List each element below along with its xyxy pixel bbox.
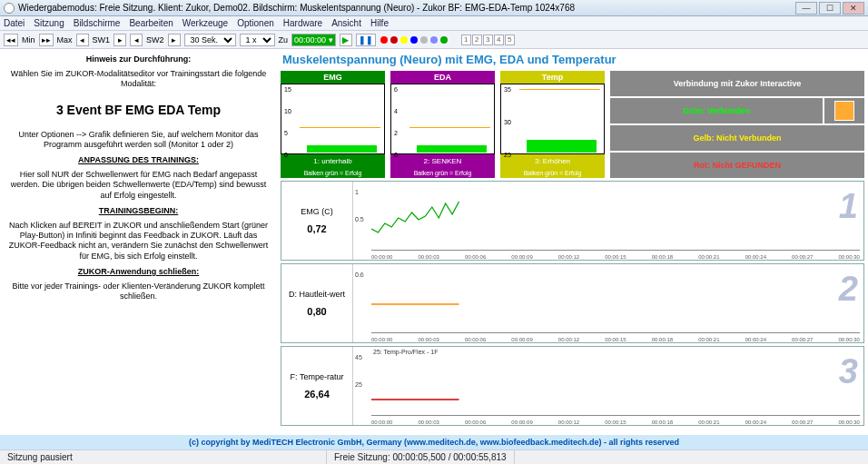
plot-row-2: D: Hautleit-wert0,80200:00:0000:00:0300:… [281,263,864,343]
rewind-button[interactable]: ◂◂ [4,34,18,46]
plot-label: D: Hautleit-wert0,80 [281,264,352,342]
channel-btn-4[interactable]: 4 [494,35,504,45]
right-panel: Muskelentspannung (Neuro) mit EMG, EDA u… [277,49,868,435]
window-titlebar: Wiedergabemodus: Freie Sitzung. Klient: … [0,0,868,16]
x-tick: 00:00:30 [839,337,860,342]
x-tick: 00:00:12 [558,254,579,260]
toolbar: ◂◂ Min ▸▸ Max ◂ SW1 ▸ ◂ SW2 ▸ 30 Sek. 1 … [0,31,868,49]
sw2-label: SW2 [146,35,164,44]
color-swatch-1[interactable] [390,36,398,44]
x-tick: 00:00:30 [839,254,860,260]
threshold-line [409,127,490,128]
channel-btn-2[interactable]: 2 [472,35,482,45]
channel-btn-3[interactable]: 3 [483,35,493,45]
x-tick: 00:00:27 [792,420,813,425]
connection-status-box: Verbindung mit Zukor Interactive Grün: V… [610,71,864,178]
threshold-line [300,127,380,128]
modality-title: 3 Event BF EMG EDA Temp [7,103,270,117]
pause-button[interactable]: ❚❚ [356,34,376,46]
window-title: Wiedergabemodus: Freie Sitzung. Klient: … [18,3,575,13]
x-tick: 00:00:15 [605,337,626,342]
x-tick: 00:00:03 [418,254,439,260]
bar-fill [417,145,487,153]
x-tick: 00:00:00 [371,337,392,342]
menu-werkzeuge[interactable]: Werkzeuge [182,18,228,28]
color-swatch-4[interactable] [420,36,428,44]
bar-foot2: Balken grün = Erfolg [500,167,605,178]
bar-foot2: Balken grün = Erfolg [390,167,495,178]
menu-bearbeiten[interactable]: Bearbeiten [129,18,173,28]
x-tick: 00:00:18 [652,337,673,342]
menu-sitzung[interactable]: Sitzung [34,18,64,28]
menu-optionen[interactable]: Optionen [237,18,274,28]
status-bar: Sitzung pausiert Freie Sitzung: 00:00:05… [0,449,868,464]
channel-btn-1[interactable]: 1 [461,35,471,45]
plot-row-3: F: Tempe-ratur26,6425: Temp-Pro/Flex - 1… [281,346,864,426]
menu-ansicht[interactable]: Ansicht [331,18,361,28]
plot-area: 25: Temp-Pro/Flex - 1F300:00:0000:00:030… [352,347,863,425]
color-swatch-0[interactable] [380,36,388,44]
bar-plot: 353025 [500,84,605,154]
min-label: Min [22,35,35,44]
x-axis [371,415,860,416]
y-tick: 4 [394,108,398,114]
color-swatch-3[interactable] [410,36,418,44]
x-tick: 00:00:18 [652,254,673,260]
minimize-button[interactable]: — [795,2,817,15]
sw2-next[interactable]: ▸ [168,34,181,46]
section-head-2: TRAININGSBEGINN: [7,206,270,215]
color-swatch-2[interactable] [400,36,408,44]
play-button[interactable]: ▶ [340,34,352,46]
x-ticks: 00:00:0000:00:0300:00:0600:00:0900:00:12… [371,337,860,342]
channel-btn-5[interactable]: 5 [505,35,515,45]
y-tick: 0 [284,152,288,158]
x-tick: 00:00:00 [371,254,392,260]
start-button[interactable]: 00:00:00 ▾ [291,34,336,46]
x-axis [371,332,860,333]
y-tick: 2 [394,130,398,136]
y-tick: 1 [355,189,359,195]
conn-icon [824,98,864,123]
color-swatch-5[interactable] [430,36,438,44]
hint-text: Wählen Sie im ZUKOR-Modalitätseditor vor… [7,69,270,90]
bar-plot: 151050 [281,84,385,154]
sw1-next[interactable]: ▸ [113,34,126,46]
color-swatch-6[interactable] [440,36,448,44]
sw2-prev[interactable]: ◂ [130,34,143,46]
y-tick: 25 [504,152,511,158]
bar-head: EDA [390,71,495,84]
bar-fill [307,145,377,153]
x-tick: 00:00:24 [745,254,766,260]
x-ticks: 00:00:0000:00:0300:00:0600:00:0900:00:12… [371,420,860,425]
x-tick: 00:00:27 [792,254,813,260]
forward-button[interactable]: ▸▸ [39,34,54,46]
section-head-1: ANPASSUNG DES TRAININGS: [7,155,270,164]
maximize-button[interactable]: ☐ [819,2,841,15]
instructions-panel: Hinweis zur Durchführung: Wählen Sie im … [0,49,277,435]
x-tick: 00:00:30 [839,420,860,425]
conn-red: Rot: Nicht GEFUNDEN [610,153,864,178]
app-icon [4,3,15,14]
menu-datei[interactable]: Datei [4,18,25,28]
section-text-2: Nach Klicken auf BEREIT in ZUKOR und ans… [7,221,270,262]
y-tick: 5 [284,130,288,136]
y-tick: 0.5 [355,216,364,222]
x-tick: 00:00:09 [511,337,532,342]
section-text-1: Hier soll NUR der Schwellenwert für EMG … [7,170,270,201]
multiplier-select[interactable]: 1 x [240,34,275,46]
y-tick: 0 [394,152,398,158]
sw1-prev[interactable]: ◂ [76,34,89,46]
max-label: Max [57,35,73,44]
conn-title: Verbindung mit Zukor Interactive [610,71,864,96]
menu-hardware[interactable]: Hardware [283,18,322,28]
x-tick: 00:00:21 [698,420,719,425]
plot-name: F: Tempe-ratur [291,372,344,381]
close-button[interactable]: ✕ [843,2,864,15]
menu-bildschirme[interactable]: Bildschirme [74,18,121,28]
y-tick: 15 [284,86,291,93]
x-tick: 00:00:24 [745,420,766,425]
menu-hilfe[interactable]: Hilfe [370,18,389,28]
plot-value: 26,64 [304,389,330,400]
y-tick: 6 [394,86,398,93]
duration-select[interactable]: 30 Sek. [184,34,236,46]
